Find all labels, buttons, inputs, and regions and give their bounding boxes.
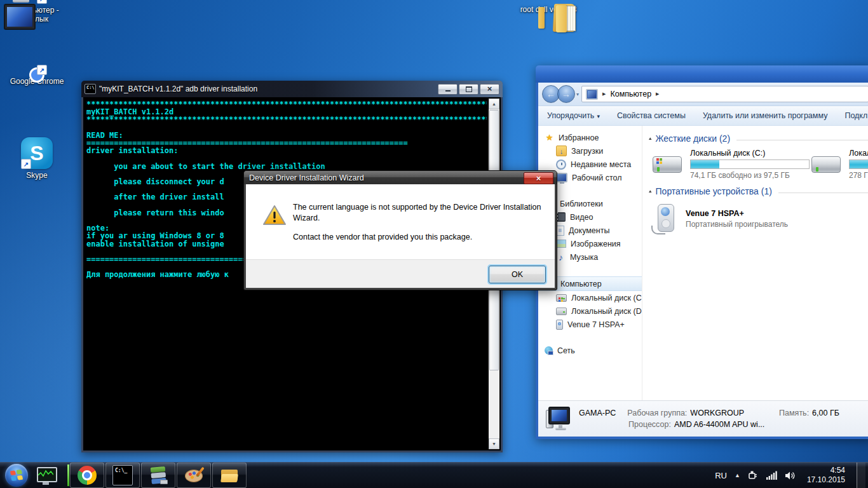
taskbar-button[interactable] (70, 463, 104, 488)
folder-view: Жесткие диски (2) Локальный диск (C:) 74… (642, 126, 868, 400)
taskbar-button[interactable] (212, 463, 247, 488)
windows-orb-icon (10, 470, 23, 481)
map-network-drive-button[interactable]: Подкл (844, 111, 867, 120)
sidebar-item-label: Музыка (570, 253, 598, 262)
sidebar-item[interactable]: Недавние места (538, 158, 642, 171)
section-rule (736, 140, 868, 140)
ok-button[interactable]: OK (489, 266, 546, 283)
memory-label: Память: (779, 409, 809, 417)
volume-icon[interactable] (785, 470, 796, 481)
crumb-arrow-icon[interactable] (656, 92, 659, 97)
sidebar-item-icon (556, 294, 567, 302)
system-properties-button[interactable]: Свойства системы (617, 111, 686, 120)
drive-free-space: 278 ГБ (849, 171, 868, 180)
clock[interactable]: 4:54 17.10.2015 (803, 466, 849, 485)
warning-triangle-icon (262, 205, 287, 226)
taskbar-button[interactable] (141, 463, 175, 488)
sidebar-item[interactable]: Загрузки (538, 144, 642, 158)
cmd-window-title: "myKIT_BATCH v1.1.2d" adb driver install… (99, 85, 257, 93)
section-title: Жесткие диски (2) (656, 133, 731, 144)
desktop-icon-chrome[interactable]: ↗ Google Chrome (6, 75, 67, 86)
scroll-down-icon[interactable]: ▼ (489, 438, 499, 449)
device-name: Venue 7 HSPA+ (686, 209, 788, 218)
language-indicator[interactable]: RU (715, 471, 727, 480)
dialog-message-2: Contact the vendor that provided you thi… (293, 232, 542, 243)
crumb-arrow-icon[interactable] (602, 92, 606, 97)
computer-icon (586, 89, 598, 100)
show-desktop-button[interactable] (857, 463, 865, 488)
eject-device-icon[interactable] (748, 470, 759, 481)
hard-disk-icon (653, 151, 684, 177)
device-type: Портативный проигрыватель (686, 220, 788, 229)
sidebar-item-label: Venue 7 HSPA+ (567, 320, 625, 329)
desktop-icon-root-dell-venue8[interactable]: root dell venue 8 (519, 3, 578, 14)
workgroup-label: Рабочая группа: (627, 409, 687, 417)
maximize-button[interactable] (459, 84, 478, 95)
recent-pages-caret-icon[interactable]: ▾ (576, 92, 579, 97)
drive-c-item[interactable]: Локальный диск (C:) 74,1 ГБ свободно из … (653, 149, 811, 180)
cmd-line (86, 124, 487, 132)
taskbar-buttons (70, 463, 248, 488)
breadcrumb[interactable]: Компьютер (610, 90, 651, 98)
device-driver-dialog: Device Driver Installation Wizard The cu… (243, 170, 557, 290)
taskbar-app-icon (149, 466, 168, 485)
sidebar-item-icon (556, 240, 566, 248)
sidebar-item-label: Рабочий стол (572, 173, 621, 182)
sidebar-item-label: Сеть (557, 346, 575, 355)
sidebar-item-label: Локальный диск (D (571, 307, 642, 316)
sidebar-item[interactable]: Сеть (538, 344, 642, 357)
capacity-bar (849, 159, 868, 169)
organize-menu[interactable]: Упорядочить (547, 111, 600, 120)
drive-d-item[interactable]: Локал 278 ГБ (811, 149, 868, 180)
desktop: ↗ Компьютер - Ярлык ↗ Google Chrome ↗ Sk… (0, 0, 868, 488)
sidebar-item-label: Компьютер (560, 280, 602, 288)
cmd-line: ****************************************… (86, 116, 487, 123)
address-bar-row: ▾ Компьютер (538, 83, 868, 106)
portable-device-item[interactable]: Venue 7 HSPA+ Портативный проигрыватель (650, 203, 868, 236)
uninstall-program-button[interactable]: Удалить или изменить программу (703, 111, 828, 120)
close-icon[interactable] (524, 172, 553, 184)
address-bar[interactable]: Компьютер (581, 86, 868, 102)
hard-disk-icon (811, 151, 843, 177)
sidebar-item-label: Изображения (571, 240, 621, 248)
drive-name: Локал (849, 149, 868, 158)
cpu-label: Процессор: (628, 420, 671, 429)
taskbar-app-icon (184, 466, 203, 485)
dialog-titlebar[interactable]: Device Driver Installation Wizard (244, 171, 557, 184)
sidebar-item[interactable]: Избранное (538, 131, 642, 144)
command-prompt-icon (85, 84, 96, 94)
sidebar-item-icon (556, 173, 567, 182)
system-tray: RU 4:54 17.10.2015 (715, 463, 868, 488)
up-arrow-icon[interactable] (735, 472, 740, 478)
shortcut-arrow-icon: ↗ (37, 0, 47, 4)
portable-player-icon (650, 203, 681, 236)
signal-strength-icon[interactable] (766, 470, 777, 481)
scroll-up-icon[interactable]: ▲ (489, 98, 499, 109)
sidebar-item-label: Библиотеки (560, 200, 603, 208)
sidebar-item[interactable]: Venue 7 HSPA+ (538, 318, 642, 331)
desktop-icon-skype[interactable]: ↗ Skype (6, 137, 67, 180)
explorer-titlebar[interactable] (536, 65, 868, 83)
sidebar-item[interactable]: Локальный диск (D (538, 304, 642, 318)
cmd-line: driver installation: (86, 147, 487, 154)
section-header-portable-devices[interactable]: Портативные устройства (1) (649, 186, 868, 196)
system-monitor-icon[interactable] (37, 466, 56, 485)
chevron-down-icon (597, 113, 600, 119)
cmd-titlebar[interactable]: "myKIT_BATCH v1.1.2d" adb driver install… (81, 81, 503, 98)
sidebar-item-label: Документы (569, 226, 609, 235)
sidebar-item[interactable]: Локальный диск (C (538, 291, 642, 304)
taskbar-button[interactable] (105, 463, 140, 488)
start-button[interactable] (5, 464, 28, 487)
computer-name: GAMA-PC (579, 409, 616, 417)
taskbar-button[interactable] (177, 463, 211, 488)
section-header-hard-disks[interactable]: Жесткие диски (2) (649, 133, 868, 144)
desktop-icon-computer[interactable]: ↗ Компьютер - Ярлык (6, 4, 67, 24)
close-button[interactable] (480, 84, 499, 95)
minimize-button[interactable] (438, 84, 458, 95)
sidebar-item-label: Загрузки (571, 147, 603, 156)
details-pane: GAMA-PC Рабочая группа: WORKGROUP Память… (538, 400, 868, 437)
forward-button[interactable] (557, 85, 575, 103)
cmd-line (86, 154, 487, 162)
skype-icon: ↗ (21, 137, 53, 169)
sidebar-item-label: Избранное (559, 133, 599, 142)
